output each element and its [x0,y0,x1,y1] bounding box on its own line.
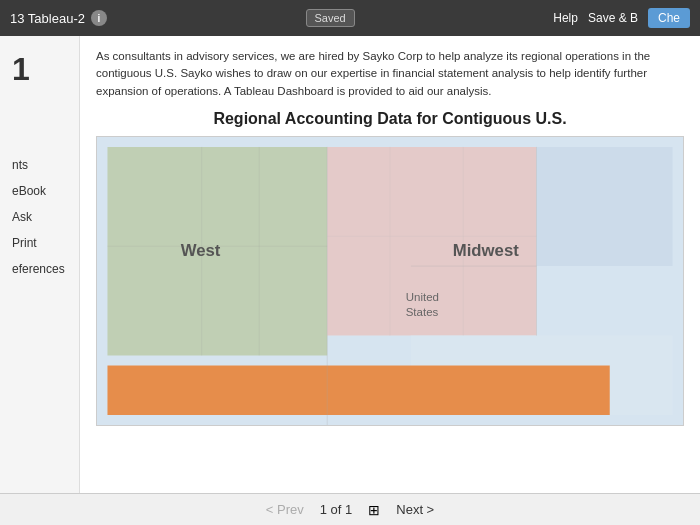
grid-icon[interactable]: ⊞ [368,502,380,518]
intro-text: As consultants in advisory services, we … [96,48,684,100]
top-bar-right: Help Save & B Che [553,8,690,28]
svg-text:West: West [181,241,221,259]
page-info: 1 of 1 [320,502,353,517]
next-button[interactable]: Next > [396,502,434,517]
sidebar-item-ebook[interactable]: eBook [0,179,79,203]
sidebar-item-print[interactable]: Print [0,231,79,255]
saved-badge: Saved [306,9,355,27]
main-content: 1 nts eBook Ask Print eferences As consu… [0,36,700,493]
info-icon[interactable]: i [91,10,107,26]
page-number: 1 [0,46,79,93]
sidebar-nav: nts eBook Ask Print eferences [0,153,79,281]
help-link[interactable]: Help [553,11,578,25]
app-title: 13 Tableau-2 [10,11,85,26]
check-button[interactable]: Che [648,8,690,28]
sidebar-item-nts[interactable]: nts [0,153,79,177]
map-container: West Midwest United States [96,136,684,426]
sidebar-item-ask[interactable]: Ask [0,205,79,229]
svg-marker-4 [537,147,673,266]
map-svg: West Midwest United States [97,137,683,425]
top-bar: 13 Tableau-2 i Saved Help Save & B Che [0,0,700,36]
top-bar-left: 13 Tableau-2 i [10,10,107,26]
top-bar-center: Saved [306,9,355,27]
svg-text:States: States [406,306,439,318]
content-area: As consultants in advisory services, we … [80,36,700,493]
sidebar: 1 nts eBook Ask Print eferences [0,36,80,493]
chart-title: Regional Accounting Data for Contiguous … [96,110,684,128]
svg-text:Midwest: Midwest [453,241,520,259]
save-link[interactable]: Save & B [588,11,638,25]
sidebar-item-references[interactable]: eferences [0,257,79,281]
svg-text:United: United [406,291,439,303]
bottom-bar: < Prev 1 of 1 ⊞ Next > [0,493,700,525]
svg-marker-5 [107,365,609,415]
prev-button[interactable]: < Prev [266,502,304,517]
